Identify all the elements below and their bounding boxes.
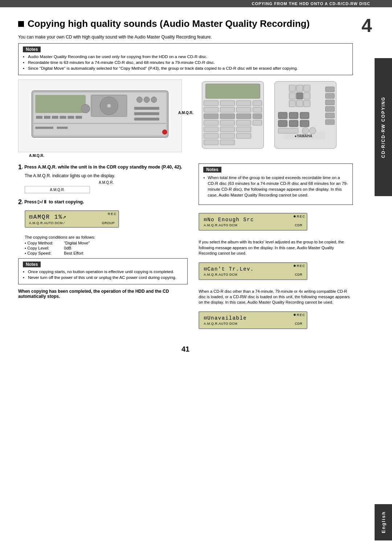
notes-title-top: Notes [23, 46, 41, 52]
notes-list-right: When total time of the group to be copie… [203, 175, 348, 198]
svg-rect-69 [289, 120, 298, 127]
right-note-1: When total time of the group to be copie… [203, 175, 348, 198]
svg-rect-5 [52, 116, 58, 119]
rec-label: REC [108, 212, 117, 216]
notes-list-middle: Once copying starts, no button operation… [23, 270, 183, 280]
svg-rect-67 [300, 112, 309, 119]
svg-point-75 [310, 127, 316, 134]
note-middle-1: Once copying starts, no button operation… [23, 270, 183, 274]
svg-rect-26 [220, 101, 235, 106]
cond-item-2: • Copy Level: 0dB [25, 246, 188, 250]
svg-rect-25 [204, 101, 219, 106]
step-1: 1. Press A.M.Q.R. while the unit is in t… [18, 163, 188, 193]
notes-box-middle: Notes Once copying starts, no button ope… [18, 258, 188, 284]
svg-rect-54 [297, 93, 303, 99]
remote-col: A.M.Q.R. [189, 80, 353, 158]
cond-key-3: • Copy Speed: [25, 251, 61, 255]
display-sub-left: A.M.Q.R.AUTO DCM ⁄ [29, 221, 65, 225]
cant-lev-sub-right: CDR [295, 273, 302, 276]
svg-rect-35 [237, 114, 251, 119]
svg-rect-37 [204, 120, 219, 125]
svg-rect-28 [253, 101, 262, 106]
svg-rect-59 [326, 87, 335, 92]
svg-rect-68 [278, 120, 287, 127]
svg-rect-33 [204, 114, 219, 119]
svg-point-14 [151, 97, 157, 103]
svg-rect-8 [75, 116, 82, 119]
side-tab: CD-R/CD-RW COPYING [375, 58, 392, 196]
step-1-text: Press A.M.Q.R. while the unit is in the … [24, 165, 182, 170]
notes-list-top: Audio Master Quality Recording can be us… [23, 54, 348, 70]
step-1-body: The A.M.Q.R. indicator lights up on the … [25, 173, 188, 178]
svg-point-19 [162, 130, 167, 135]
svg-rect-50 [289, 85, 296, 92]
svg-rect-44 [204, 133, 219, 138]
side-tab-label: CD-R/CD-RW COPYING [381, 96, 386, 158]
device-remote-section: A.M.Q.R. A.M.Q.R. [18, 80, 353, 158]
svg-rect-7 [68, 116, 74, 119]
svg-rect-15 [134, 107, 159, 110]
svg-rect-27 [237, 101, 251, 106]
svg-rect-48 [220, 140, 235, 145]
cond-key-1: • Copy Method: [25, 241, 61, 245]
display-amqr: REC ⊟AMQR 1%↗ A.M.Q.R.AUTO DCM ⁄ GROUP [25, 210, 119, 228]
cant-lev-rec: ✱REC [293, 264, 305, 268]
cant-lev-main: ⊟Can't Tr.Lev. [204, 266, 302, 272]
display-sub-right: GROUP [102, 221, 115, 225]
unavailable-main: ⊟Unavailable [204, 315, 302, 321]
svg-rect-41 [204, 127, 219, 132]
cond-val-1: "Digital Move" [64, 241, 90, 245]
step-2-num: 2 [18, 198, 22, 206]
display-block-cant-lev: ✱REC ⊟Can't Tr.Lev. A.M.Q.R.AUTO DCM CDR [199, 259, 353, 283]
svg-rect-21 [35, 127, 53, 129]
svg-rect-29 [204, 107, 219, 112]
main-content: 1. Press A.M.Q.R. while the unit is in t… [18, 163, 353, 338]
note-item-1: Audio Master Quality Recording can be us… [23, 54, 348, 59]
svg-rect-43 [237, 127, 251, 132]
svg-rect-63 [326, 113, 335, 118]
cant-lev-sub: A.M.Q.R.AUTO DCM CDR [204, 273, 302, 276]
svg-rect-3 [36, 116, 42, 119]
svg-rect-17 [134, 118, 159, 121]
bottom-tab: English [375, 504, 392, 540]
display-sub-info: A.M.Q.R.AUTO DCM ⁄ GROUP [29, 221, 115, 225]
display-unavailable: ✱REC ⊟Unavailable A.M.Q.R.AUTO DCM CDR [199, 311, 307, 329]
svg-rect-52 [304, 85, 310, 92]
svg-point-12 [136, 97, 142, 103]
svg-rect-2 [35, 95, 86, 113]
display-cant-lev: ✱REC ⊟Can't Tr.Lev. A.M.Q.R.AUTO DCM CDR [199, 262, 307, 280]
svg-rect-45 [220, 133, 235, 138]
intro-text: You can make your own CD with high quali… [18, 35, 353, 40]
steps-col: 1. Press A.M.Q.R. while the unit is in t… [18, 163, 188, 338]
notes-box-top: Notes Audio Master Quality Recording can… [18, 43, 353, 75]
title-bullet [18, 21, 24, 27]
notes-box-right: Notes When total time of the group to be… [199, 163, 353, 205]
step-2: 2. Press ▷/⏸ to start copying. REC ⊟AMQR… [18, 198, 188, 230]
svg-point-18 [81, 104, 90, 113]
right-note-3: When a CD-R disc other than a 74-minute,… [199, 289, 353, 305]
amqr-indicator: A.M.Q.R. [25, 181, 188, 185]
step-1-header: 1. Press A.M.Q.R. while the unit is in t… [18, 163, 188, 171]
svg-rect-6 [60, 116, 66, 119]
svg-rect-36 [253, 114, 262, 119]
svg-point-74 [302, 127, 309, 134]
cond-intro: The copying conditions are as follows: [25, 235, 188, 239]
cond-item-3: • Copy Speed: Best Effort [25, 251, 188, 255]
step-1-num: 1 [18, 163, 22, 171]
svg-rect-46 [237, 133, 251, 138]
svg-point-13 [144, 97, 150, 103]
right-col: Notes When total time of the group to be… [199, 163, 353, 338]
svg-rect-38 [220, 120, 235, 125]
right-note-2: If you select the album with its tracks'… [199, 239, 353, 256]
display-block-unavailable: ✱REC ⊟Unavailable A.M.Q.R.AUTO DCM CDR [199, 308, 353, 332]
unavailable-sub-left: A.M.Q.R.AUTO DCM [204, 322, 237, 325]
svg-rect-32 [253, 107, 262, 112]
cant-lev-sub-left: A.M.Q.R.AUTO DCM [204, 273, 237, 276]
cd-player-image [18, 80, 182, 152]
svg-rect-73 [278, 128, 298, 133]
display-main-text: ⊟AMQR 1%↗ [29, 213, 115, 220]
unavailable-sub: A.M.Q.R.AUTO DCM CDR [204, 322, 302, 325]
svg-rect-31 [237, 107, 251, 112]
svg-rect-40 [253, 120, 262, 125]
page-title: Copying high quality sounds (Audio Maste… [18, 18, 353, 29]
